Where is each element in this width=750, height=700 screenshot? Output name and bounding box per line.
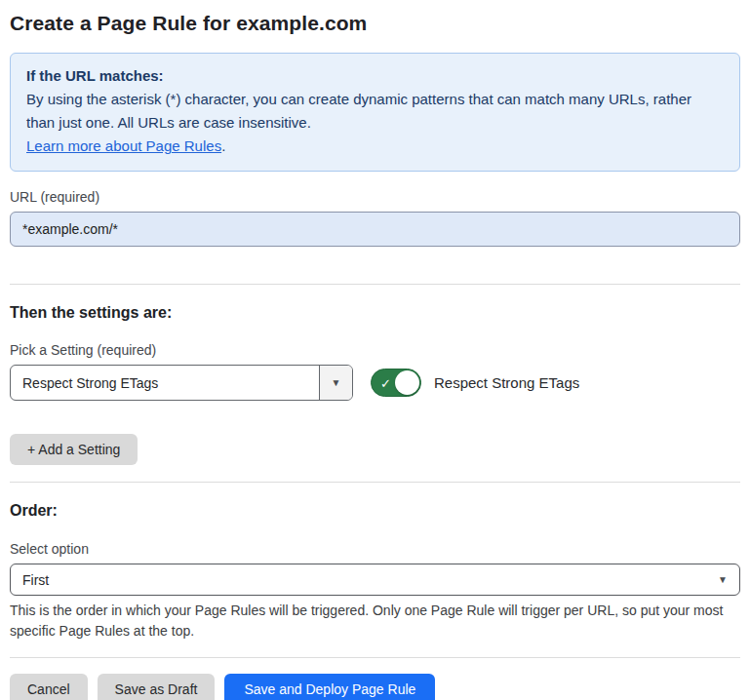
- section-divider: [10, 482, 740, 483]
- setting-dropdown-arrow-button[interactable]: ▼: [319, 366, 352, 400]
- order-select-value: First: [22, 572, 49, 588]
- footer-actions: Cancel Save as Draft Save and Deploy Pag…: [10, 674, 740, 700]
- setting-dropdown-value: Respect Strong ETags: [11, 366, 319, 400]
- order-help-text: This is the order in which your Page Rul…: [10, 601, 740, 642]
- info-box-body: By using the asterisk (*) character, you…: [26, 88, 724, 135]
- url-label: URL (required): [10, 189, 740, 205]
- setting-toggle-label: Respect Strong ETags: [434, 374, 579, 391]
- create-page-rule-form: Create a Page Rule for example.com If th…: [0, 0, 750, 700]
- toggle-knob: [395, 370, 419, 395]
- order-select-label: Select option: [10, 541, 740, 557]
- page-title: Create a Page Rule for example.com: [10, 12, 740, 35]
- order-heading: Order:: [10, 502, 740, 520]
- chevron-down-icon: ▼: [332, 378, 341, 388]
- setting-toggle-group: ✓ Respect Strong ETags: [371, 369, 579, 397]
- info-box-link-line: Learn more about Page Rules.: [26, 135, 724, 158]
- settings-heading: Then the settings are:: [10, 304, 740, 322]
- section-divider: [10, 284, 740, 285]
- link-period: .: [221, 137, 225, 154]
- cancel-button[interactable]: Cancel: [10, 674, 88, 700]
- url-match-info-box: If the URL matches: By using the asteris…: [10, 53, 740, 172]
- add-setting-button[interactable]: + Add a Setting: [10, 434, 138, 465]
- url-input[interactable]: [10, 212, 740, 247]
- save-deploy-button[interactable]: Save and Deploy Page Rule: [224, 674, 435, 700]
- info-box-heading: If the URL matches:: [26, 64, 724, 88]
- setting-dropdown[interactable]: Respect Strong ETags ▼: [10, 365, 353, 401]
- order-select[interactable]: First ▼: [10, 564, 740, 596]
- save-draft-button[interactable]: Save as Draft: [98, 674, 216, 700]
- pick-setting-label: Pick a Setting (required): [10, 342, 740, 358]
- check-icon: ✓: [380, 376, 391, 389]
- chevron-down-icon: ▼: [718, 575, 728, 585]
- section-divider: [10, 657, 740, 658]
- setting-row: Respect Strong ETags ▼ ✓ Respect Strong …: [10, 365, 740, 401]
- setting-toggle[interactable]: ✓: [371, 369, 421, 397]
- learn-more-link[interactable]: Learn more about Page Rules: [26, 137, 221, 154]
